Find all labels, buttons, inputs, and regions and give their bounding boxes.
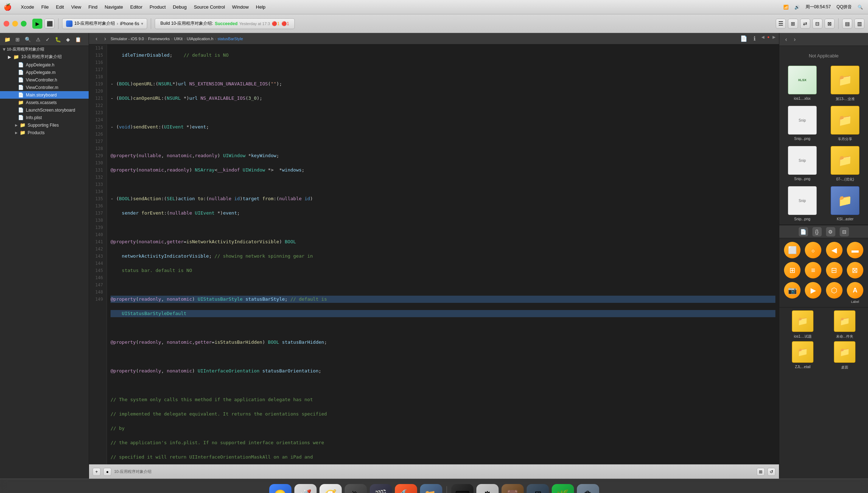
obj-item-view[interactable]: ▬ — [846, 242, 864, 260]
sidebar-item-supporting-files[interactable]: ▶ 📁 Supporting Files — [0, 121, 89, 129]
lib-file-icon[interactable]: 📄 — [799, 227, 808, 236]
file-item-folder-2[interactable]: 📁 车丹分享 — [826, 106, 865, 142]
new-file-button[interactable]: 📄 — [740, 35, 748, 43]
maximize-button[interactable] — [21, 21, 27, 27]
file-item-folder-3[interactable]: 📁 07-...(优化) — [826, 146, 865, 182]
sidebar-item-project-group[interactable]: ▶ 📁 10-应用程序对象介绍 — [0, 53, 89, 61]
sidebar-report-icon[interactable]: 📋 — [74, 36, 83, 43]
obj-item-cube[interactable]: ⬡ — [825, 282, 844, 304]
menu-editor[interactable]: Editor — [127, 4, 146, 10]
obj-item-collection[interactable]: ⊟ — [825, 262, 844, 280]
file-item-xlsx[interactable]: XLSX ios1....xlsx — [783, 66, 822, 102]
menu-navigate[interactable]: Navigate — [101, 4, 126, 10]
run-button[interactable]: ▶ — [32, 19, 42, 29]
dock-app-green[interactable]: 🌿 — [552, 484, 574, 493]
version-editor-button[interactable]: ⊠ — [825, 19, 835, 29]
file-item-folder-4[interactable]: 📁 KSI...aster — [826, 186, 865, 221]
sidebar-item-appdelegate-h[interactable]: 📄 AppDelegate.h — [0, 61, 89, 69]
obj-item-back[interactable]: ◀ — [825, 242, 844, 260]
menu-file[interactable]: File — [38, 4, 52, 10]
dock-file-manager[interactable]: 📂 — [420, 484, 442, 493]
sidebar-item-launchscreen[interactable]: 📄 LaunchScreen.storyboard — [0, 106, 89, 114]
sidebar-item-assets[interactable]: 📁 Assets.xcassets — [0, 99, 89, 106]
sidebar-item-appdelegate-m[interactable]: 📄 AppDelegate.m — [0, 69, 89, 76]
related-items-button[interactable]: ⊞ — [788, 19, 798, 29]
back-forward-button[interactable]: ⇄ — [800, 19, 810, 29]
dock-movie[interactable]: 🎬 — [370, 484, 392, 493]
menu-source-control[interactable]: Source Control — [190, 4, 229, 10]
sidebar-item-viewcontroller-h[interactable]: 📄 ViewController.h — [0, 76, 89, 84]
right-forward-button[interactable]: › — [791, 36, 799, 43]
file-item-zjl[interactable]: 📁 ZJL...etail — [783, 341, 823, 370]
obj-item-table[interactable]: ≡ — [804, 262, 822, 280]
lib-braces-icon[interactable]: {} — [812, 227, 822, 236]
info-button[interactable]: ℹ — [751, 35, 759, 43]
obj-item-viewcontroller[interactable]: ⬜ — [783, 242, 802, 260]
close-button[interactable] — [4, 21, 9, 27]
obj-item-dashed[interactable]: ⬦ — [804, 242, 822, 260]
obj-item-label[interactable]: A Label — [846, 282, 864, 304]
file-item-snip-2[interactable]: Snip Snip...png — [783, 146, 822, 182]
dock-finder[interactable]: 😊 — [269, 484, 291, 493]
stop-button[interactable]: ⬛ — [45, 19, 55, 29]
toggle-left-panel-button[interactable]: ☰ — [776, 19, 786, 29]
lib-gear-icon[interactable]: ⚙ — [826, 227, 835, 236]
menu-edit[interactable]: Edit — [52, 4, 67, 10]
breadcrumb-uikit[interactable]: UIKit — [174, 37, 183, 41]
dock-mouse[interactable]: 🖱 — [345, 484, 367, 493]
menu-window[interactable]: Window — [229, 4, 252, 10]
dock-hammer[interactable]: 🔨 — [395, 484, 417, 493]
breadcrumb-statusbarstyle[interactable]: statusBarStyle — [218, 37, 243, 41]
sidebar-symbols-icon[interactable]: ⊞ — [14, 36, 21, 43]
dock-app-bear[interactable]: 🐻 — [501, 484, 524, 493]
breadcrumb-uiapplication[interactable]: UIApplication.h — [187, 37, 213, 41]
search-icon[interactable]: 🔍 — [858, 5, 863, 10]
sidebar-item-main-storyboard[interactable]: 📄 Main.storyboard — [0, 91, 89, 99]
breadcrumb-frameworks[interactable]: Frameworks — [148, 37, 170, 41]
sidebar-item-products[interactable]: ▶ 📁 Products — [0, 129, 89, 136]
dock-launchpad[interactable]: 🚀 — [294, 484, 317, 493]
project-root-group[interactable]: ▶ 10-应用程序对象介绍 — [0, 46, 89, 53]
menu-view[interactable]: View — [67, 4, 85, 10]
breadcrumb-simulator[interactable]: Simulator - iOS 9.0 — [111, 37, 144, 41]
sidebar-test-icon[interactable]: ✓ — [44, 36, 51, 43]
file-item-unnamed-folder[interactable]: 📁 未命...件夹 — [825, 310, 865, 339]
obj-item-grid[interactable]: ⊞ — [783, 262, 802, 280]
file-item-desktop[interactable]: 📁 桌面 — [825, 341, 865, 370]
sidebar-find-icon[interactable]: 🔍 — [23, 36, 32, 43]
dock-system-prefs[interactable]: ⚙ — [476, 484, 499, 493]
obj-item-stack[interactable]: ⊠ — [846, 262, 864, 280]
panel-toggle-1[interactable]: ⊞ — [757, 468, 765, 476]
status-circle-button[interactable]: ● — [103, 468, 111, 476]
add-file-button[interactable]: + — [93, 468, 101, 476]
file-item-snip-3[interactable]: Snip Snip...png — [783, 186, 822, 221]
menu-debug[interactable]: Debug — [169, 4, 190, 10]
breadcrumb-back-button[interactable]: ‹ — [93, 35, 101, 43]
dock-monitor[interactable]: 🖥 — [527, 484, 549, 493]
obj-item-play[interactable]: ▶ — [804, 282, 822, 304]
toggle-right-panel-button[interactable]: ▤ — [842, 19, 852, 29]
lib-stack-icon[interactable]: ⊟ — [840, 227, 849, 236]
sidebar-files-icon[interactable]: 📁 — [3, 36, 12, 43]
menu-product[interactable]: Product — [146, 4, 169, 10]
sidebar-debug-icon[interactable]: 🐛 — [53, 36, 62, 43]
sidebar-breakpoints-icon[interactable]: ◆ — [65, 36, 71, 43]
file-item-ios1-test[interactable]: 📁 ios1....试题 — [783, 310, 823, 339]
menu-find[interactable]: Find — [85, 4, 101, 10]
sidebar-warnings-icon[interactable]: ⚠ — [34, 36, 42, 43]
apple-menu[interactable]: 🍎 — [4, 3, 11, 11]
file-item-snip-1[interactable]: Snip Snip...png — [783, 106, 822, 142]
sidebar-item-infoplist[interactable]: 📄 Info.plist — [0, 114, 89, 121]
scheme-selector[interactable]: 10-应用程序对象介绍 › iPhone 6s ▾ — [62, 18, 147, 29]
right-back-button[interactable]: ‹ — [782, 36, 790, 43]
toggle-bottom-panel-button[interactable]: ▥ — [854, 19, 864, 29]
obj-item-camera[interactable]: 📷 — [783, 282, 802, 304]
minimize-button[interactable] — [12, 21, 18, 27]
menu-help[interactable]: Help — [252, 4, 269, 10]
dock-safari[interactable]: 🧭 — [319, 484, 342, 493]
code-editor[interactable]: 114 115 116 117 118 119 120 121 122 123 … — [89, 44, 779, 464]
panel-toggle-2[interactable]: ↺ — [767, 468, 775, 476]
sidebar-item-viewcontroller-m[interactable]: 📄 ViewController.m — [0, 84, 89, 91]
breadcrumb-forward-button[interactable]: › — [101, 35, 109, 43]
menu-xcode[interactable]: Xcode — [17, 4, 38, 10]
